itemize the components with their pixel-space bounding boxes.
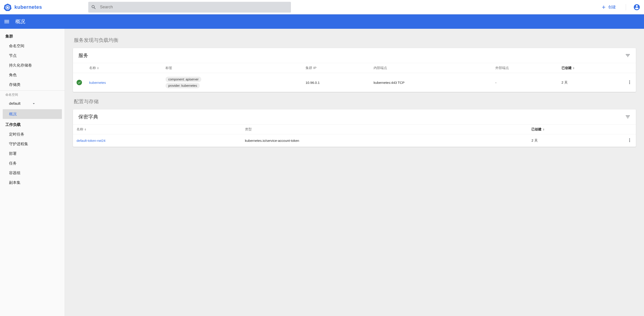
chevron-down-icon <box>32 101 36 106</box>
table-row: default-token-rwt24 kubernetes.io/servic… <box>73 134 636 147</box>
cell-created: 2 天 <box>558 73 623 92</box>
menu-icon[interactable] <box>4 18 10 25</box>
sidebar-item-nodes[interactable]: 节点 <box>0 51 65 60</box>
namespace-selected-value: default <box>9 101 20 106</box>
content-area: 服务发现与负载均衡 服务 名称▲▼ 标签 集群 IP 内部端点 外部端点 已创建… <box>65 29 644 316</box>
logo[interactable]: kubernetes <box>4 3 85 11</box>
cell-cluster-ip: 10.96.0.1 <box>302 73 370 92</box>
label-chip: component: apiserver <box>166 77 201 82</box>
create-button[interactable]: 创建 <box>598 3 618 12</box>
cell-created: 2 天 <box>528 134 623 147</box>
services-card-title: 服务 <box>78 52 88 59</box>
col-type[interactable]: 类型 <box>242 125 528 134</box>
cell-internal-ep: kubernetes:443 TCP <box>370 73 492 92</box>
sidebar-item-replicasets[interactable]: 副本集 <box>0 178 65 187</box>
create-label: 创建 <box>608 4 616 10</box>
sidebar-item-jobs[interactable]: 任务 <box>0 158 65 168</box>
sidebar-item-pods[interactable]: 容器组 <box>0 168 65 178</box>
sidebar-item-roles[interactable]: 角色 <box>0 70 65 80</box>
sidebar-item-namespaces[interactable]: 命名空间 <box>0 41 65 51</box>
sidebar-item-pv[interactable]: 持久化存储卷 <box>0 60 65 70</box>
col-name[interactable]: 名称▲▼ <box>73 125 242 134</box>
sort-icon: ▲▼ <box>542 128 545 131</box>
col-name[interactable]: 名称▲▼ <box>86 63 162 73</box>
user-account-icon[interactable] <box>633 3 640 11</box>
sort-icon: ▲▼ <box>84 128 86 131</box>
plus-icon <box>601 4 606 10</box>
search-box[interactable] <box>88 2 291 12</box>
namespace-selector[interactable]: default <box>9 100 36 107</box>
col-labels[interactable]: 标签 <box>162 63 302 73</box>
sort-icon: ▲▼ <box>572 67 575 69</box>
more-vert-icon[interactable] <box>627 80 632 85</box>
secrets-card-title: 保密字典 <box>78 114 98 120</box>
col-cluster-ip[interactable]: 集群 IP <box>302 63 370 73</box>
sort-icon: ▲▼ <box>97 67 99 69</box>
table-row: kubernetes component: apiserver provider… <box>73 73 636 92</box>
filter-list-icon[interactable] <box>625 114 630 120</box>
section-title-discovery: 服务发现与负载均衡 <box>74 37 636 44</box>
services-card: 服务 名称▲▼ 标签 集群 IP 内部端点 外部端点 已创建▲▼ <box>73 48 636 92</box>
service-name-link[interactable]: kubernetes <box>89 81 106 85</box>
sidebar-heading-cluster[interactable]: 集群 <box>0 31 65 41</box>
sidebar-item-deployments[interactable]: 部署 <box>0 149 65 158</box>
sidebar-heading-namespace: 命名空间 <box>0 90 65 99</box>
secrets-card: 保密字典 名称▲▼ 类型 已创建▲▼ default-token-rwt24 k… <box>73 110 636 147</box>
search-input[interactable] <box>100 5 288 9</box>
col-internal-ep[interactable]: 内部端点 <box>370 63 492 73</box>
secondary-toolbar: 概况 <box>0 14 644 29</box>
sidebar-item-overview[interactable]: 概况 <box>3 109 62 119</box>
col-created[interactable]: 已创建▲▼ <box>528 125 623 134</box>
cell-external-ep: - <box>492 73 558 92</box>
col-external-ep[interactable]: 外部端点 <box>492 63 558 73</box>
top-app-bar: kubernetes 创建 <box>0 0 644 14</box>
divider <box>626 4 626 10</box>
sidebar-item-cronjobs[interactable]: 定时任务 <box>0 130 65 139</box>
status-ok-icon <box>76 80 82 85</box>
cell-type: kubernetes.io/service-account-token <box>242 134 528 147</box>
section-title-config: 配置与存储 <box>74 98 636 105</box>
product-name: kubernetes <box>14 4 42 10</box>
kubernetes-logo-icon <box>4 3 12 11</box>
sidebar-item-storageclasses[interactable]: 存储类 <box>0 80 65 89</box>
secret-name-link[interactable]: default-token-rwt24 <box>76 139 106 143</box>
sidebar: 集群 命名空间 节点 持久化存储卷 角色 存储类 命名空间 default 概况… <box>0 29 65 316</box>
search-icon <box>91 4 96 10</box>
sidebar-item-daemonsets[interactable]: 守护进程集 <box>0 139 65 149</box>
more-vert-icon[interactable] <box>627 138 632 143</box>
filter-list-icon[interactable] <box>625 53 630 58</box>
page-title: 概况 <box>15 18 25 25</box>
services-table: 名称▲▼ 标签 集群 IP 内部端点 外部端点 已创建▲▼ kubernetes… <box>73 63 636 92</box>
secrets-table: 名称▲▼ 类型 已创建▲▼ default-token-rwt24 kubern… <box>73 124 636 147</box>
sidebar-heading-workloads[interactable]: 工作负载 <box>0 120 65 130</box>
label-chip: provider: kubernetes <box>166 83 200 88</box>
col-created[interactable]: 已创建▲▼ <box>558 63 623 73</box>
